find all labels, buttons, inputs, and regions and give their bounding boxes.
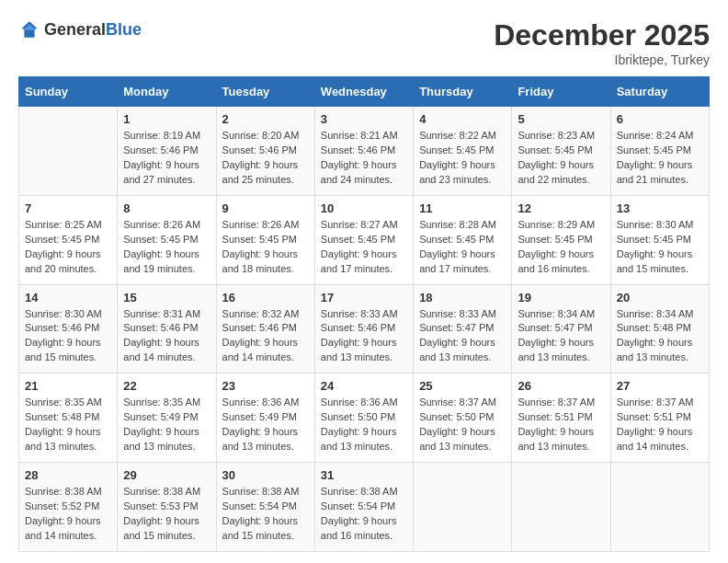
day-number: 4	[419, 112, 506, 126]
day-info: Sunrise: 8:29 AM Sunset: 5:45 PM Dayligh…	[518, 218, 604, 277]
calendar-cell	[512, 463, 610, 552]
location-subtitle: Ibriktepe, Turkey	[494, 52, 710, 67]
day-number: 14	[25, 291, 111, 304]
title-block: December 2025 Ibriktepe, Turkey	[494, 18, 710, 67]
header-friday: Friday	[512, 77, 610, 107]
day-info: Sunrise: 8:38 AM Sunset: 5:54 PM Dayligh…	[222, 485, 309, 544]
day-info: Sunrise: 8:37 AM Sunset: 5:51 PM Dayligh…	[617, 396, 703, 454]
calendar-cell	[610, 463, 709, 552]
calendar-cell: 6Sunrise: 8:24 AM Sunset: 5:45 PM Daylig…	[610, 107, 709, 196]
calendar-cell: 19Sunrise: 8:34 AM Sunset: 5:47 PM Dayli…	[512, 284, 610, 373]
day-number: 6	[617, 112, 703, 126]
calendar-cell: 12Sunrise: 8:29 AM Sunset: 5:45 PM Dayli…	[512, 195, 610, 284]
logo: GeneralBlue	[18, 18, 142, 40]
calendar-cell: 21Sunrise: 8:35 AM Sunset: 5:48 PM Dayli…	[19, 373, 118, 463]
page-header: GeneralBlue December 2025 Ibriktepe, Tur…	[18, 18, 710, 67]
day-info: Sunrise: 8:19 AM Sunset: 5:46 PM Dayligh…	[123, 129, 210, 188]
day-number: 9	[222, 201, 309, 215]
calendar-cell: 2Sunrise: 8:20 AM Sunset: 5:46 PM Daylig…	[216, 107, 314, 196]
day-number: 7	[25, 201, 111, 215]
calendar-cell: 9Sunrise: 8:26 AM Sunset: 5:45 PM Daylig…	[216, 195, 314, 284]
calendar-cell: 1Sunrise: 8:19 AM Sunset: 5:46 PM Daylig…	[118, 107, 216, 196]
day-number: 16	[222, 291, 309, 304]
day-number: 28	[25, 468, 111, 482]
calendar-cell	[19, 107, 118, 196]
day-info: Sunrise: 8:28 AM Sunset: 5:45 PM Dayligh…	[419, 218, 506, 277]
day-info: Sunrise: 8:24 AM Sunset: 5:45 PM Dayligh…	[617, 129, 703, 188]
calendar-cell: 10Sunrise: 8:27 AM Sunset: 5:45 PM Dayli…	[314, 195, 413, 284]
calendar-table: Sunday Monday Tuesday Wednesday Thursday…	[18, 76, 710, 552]
header-saturday: Saturday	[610, 77, 709, 107]
day-info: Sunrise: 8:35 AM Sunset: 5:49 PM Dayligh…	[123, 396, 210, 454]
day-number: 10	[321, 201, 407, 215]
day-number: 23	[222, 379, 309, 393]
day-info: Sunrise: 8:32 AM Sunset: 5:46 PM Dayligh…	[222, 307, 309, 366]
day-number: 27	[617, 379, 703, 393]
calendar-week-row: 14Sunrise: 8:30 AM Sunset: 5:46 PM Dayli…	[19, 284, 710, 373]
day-number: 20	[617, 291, 703, 304]
day-number: 12	[518, 201, 604, 215]
header-sunday: Sunday	[19, 77, 118, 107]
calendar-cell: 8Sunrise: 8:26 AM Sunset: 5:45 PM Daylig…	[118, 195, 216, 284]
day-info: Sunrise: 8:26 AM Sunset: 5:45 PM Dayligh…	[222, 218, 309, 277]
calendar-cell: 14Sunrise: 8:30 AM Sunset: 5:46 PM Dayli…	[19, 284, 118, 373]
day-number: 24	[321, 379, 407, 393]
day-info: Sunrise: 8:31 AM Sunset: 5:46 PM Dayligh…	[123, 307, 210, 366]
day-info: Sunrise: 8:33 AM Sunset: 5:46 PM Dayligh…	[321, 307, 407, 366]
calendar-cell: 11Sunrise: 8:28 AM Sunset: 5:45 PM Dayli…	[414, 195, 512, 284]
header-tuesday: Tuesday	[216, 77, 314, 107]
day-info: Sunrise: 8:35 AM Sunset: 5:48 PM Dayligh…	[25, 396, 111, 454]
calendar-cell: 16Sunrise: 8:32 AM Sunset: 5:46 PM Dayli…	[216, 284, 314, 373]
calendar-week-row: 7Sunrise: 8:25 AM Sunset: 5:45 PM Daylig…	[19, 195, 710, 284]
day-number: 22	[123, 379, 210, 393]
day-info: Sunrise: 8:21 AM Sunset: 5:46 PM Dayligh…	[321, 129, 407, 188]
day-info: Sunrise: 8:30 AM Sunset: 5:46 PM Dayligh…	[25, 307, 111, 366]
day-info: Sunrise: 8:37 AM Sunset: 5:50 PM Dayligh…	[419, 396, 506, 454]
day-number: 5	[518, 112, 604, 126]
day-number: 11	[419, 201, 506, 215]
calendar-cell: 26Sunrise: 8:37 AM Sunset: 5:51 PM Dayli…	[512, 373, 610, 463]
day-info: Sunrise: 8:27 AM Sunset: 5:45 PM Dayligh…	[321, 218, 407, 277]
day-info: Sunrise: 8:30 AM Sunset: 5:45 PM Dayligh…	[617, 218, 703, 277]
calendar-cell: 27Sunrise: 8:37 AM Sunset: 5:51 PM Dayli…	[610, 373, 709, 463]
calendar-cell: 28Sunrise: 8:38 AM Sunset: 5:52 PM Dayli…	[19, 463, 118, 552]
header-wednesday: Wednesday	[314, 77, 413, 107]
calendar-week-row: 21Sunrise: 8:35 AM Sunset: 5:48 PM Dayli…	[19, 373, 710, 463]
day-number: 30	[222, 468, 309, 482]
logo-icon	[18, 18, 40, 40]
calendar-cell: 17Sunrise: 8:33 AM Sunset: 5:46 PM Dayli…	[314, 284, 413, 373]
calendar-cell	[414, 463, 512, 552]
calendar-cell: 3Sunrise: 8:21 AM Sunset: 5:46 PM Daylig…	[314, 107, 413, 196]
day-number: 26	[518, 379, 604, 393]
day-number: 17	[321, 291, 407, 304]
day-number: 8	[123, 201, 210, 215]
logo-general: General	[44, 20, 106, 39]
day-info: Sunrise: 8:36 AM Sunset: 5:50 PM Dayligh…	[321, 396, 407, 454]
calendar-cell: 31Sunrise: 8:38 AM Sunset: 5:54 PM Dayli…	[314, 463, 413, 552]
day-info: Sunrise: 8:26 AM Sunset: 5:45 PM Dayligh…	[123, 218, 210, 277]
day-number: 15	[123, 291, 210, 304]
calendar-cell: 29Sunrise: 8:38 AM Sunset: 5:53 PM Dayli…	[118, 463, 216, 552]
day-info: Sunrise: 8:38 AM Sunset: 5:53 PM Dayligh…	[123, 485, 210, 544]
calendar-cell: 25Sunrise: 8:37 AM Sunset: 5:50 PM Dayli…	[414, 373, 512, 463]
calendar-cell: 18Sunrise: 8:33 AM Sunset: 5:47 PM Dayli…	[414, 284, 512, 373]
day-info: Sunrise: 8:20 AM Sunset: 5:46 PM Dayligh…	[222, 129, 309, 188]
calendar-cell: 30Sunrise: 8:38 AM Sunset: 5:54 PM Dayli…	[216, 463, 314, 552]
day-number: 31	[321, 468, 407, 482]
day-number: 2	[222, 112, 309, 126]
month-title: December 2025	[494, 18, 710, 52]
calendar-cell: 23Sunrise: 8:36 AM Sunset: 5:49 PM Dayli…	[216, 373, 314, 463]
calendar-cell: 15Sunrise: 8:31 AM Sunset: 5:46 PM Dayli…	[118, 284, 216, 373]
calendar-cell: 20Sunrise: 8:34 AM Sunset: 5:48 PM Dayli…	[610, 284, 709, 373]
day-number: 25	[419, 379, 506, 393]
logo-blue: Blue	[106, 20, 142, 39]
calendar-cell: 4Sunrise: 8:22 AM Sunset: 5:45 PM Daylig…	[414, 107, 512, 196]
day-info: Sunrise: 8:36 AM Sunset: 5:49 PM Dayligh…	[222, 396, 309, 454]
day-info: Sunrise: 8:37 AM Sunset: 5:51 PM Dayligh…	[518, 396, 604, 454]
day-number: 18	[419, 291, 506, 304]
calendar-cell: 7Sunrise: 8:25 AM Sunset: 5:45 PM Daylig…	[19, 195, 118, 284]
calendar-cell: 5Sunrise: 8:23 AM Sunset: 5:45 PM Daylig…	[512, 107, 610, 196]
calendar-cell: 22Sunrise: 8:35 AM Sunset: 5:49 PM Dayli…	[118, 373, 216, 463]
day-number: 29	[123, 468, 210, 482]
calendar-cell: 13Sunrise: 8:30 AM Sunset: 5:45 PM Dayli…	[610, 195, 709, 284]
